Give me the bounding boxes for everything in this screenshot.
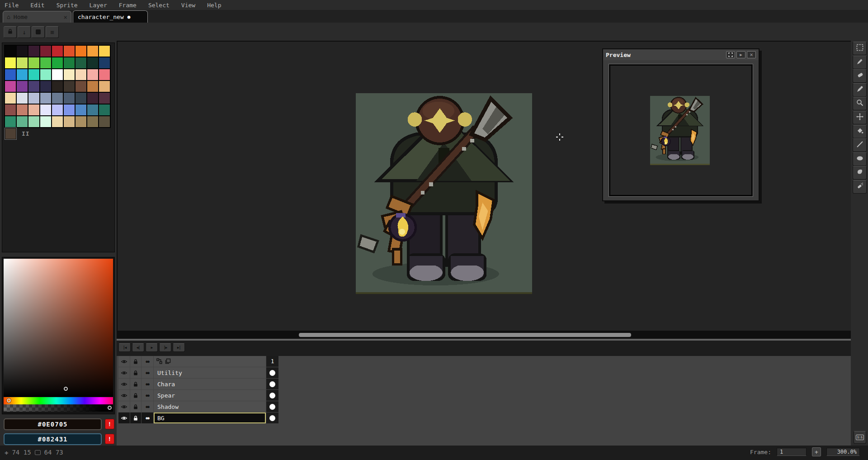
layer-linked-icon[interactable]: ●●: [142, 401, 153, 412]
layer-row[interactable]: ●●Chara: [118, 379, 278, 389]
close-icon[interactable]: ×: [64, 14, 67, 21]
palette-swatch[interactable]: [40, 57, 51, 68]
layer-row[interactable]: ●●Utility: [118, 367, 278, 378]
layer-row[interactable]: ●●Spear: [118, 390, 278, 401]
first-frame-button[interactable]: |◀: [118, 343, 131, 352]
layer-lock-icon[interactable]: [130, 367, 141, 378]
palette-swatch[interactable]: [64, 116, 75, 127]
palette-swatch[interactable]: [64, 104, 75, 115]
palette-swatch-button[interactable]: [32, 26, 45, 38]
layer-linked-icon[interactable]: ●●: [142, 413, 153, 423]
move-tool-button[interactable]: [853, 111, 867, 124]
zoom-level-field[interactable]: 300.0%: [826, 448, 860, 456]
menu-item-file[interactable]: File: [5, 2, 19, 9]
palette-swatch[interactable]: [52, 104, 63, 115]
cel-cell[interactable]: [266, 367, 278, 378]
palette-swatch[interactable]: [99, 116, 110, 127]
palette-swatch[interactable]: [17, 116, 28, 127]
prev-frame-button[interactable]: ◀|: [132, 343, 144, 352]
palette-swatch[interactable]: [5, 104, 16, 115]
palette-swatch[interactable]: [64, 46, 75, 57]
layer-lock-icon[interactable]: [130, 413, 141, 423]
onion-skin-icon[interactable]: [156, 357, 162, 366]
layer-name-utility[interactable]: Utility: [154, 367, 266, 378]
menu-item-select[interactable]: Select: [148, 2, 170, 9]
palette-swatch[interactable]: [28, 46, 39, 57]
hue-slider[interactable]: [4, 397, 113, 404]
palette-swatch[interactable]: [40, 116, 51, 127]
palette-swatch[interactable]: [99, 57, 110, 68]
layer-row[interactable]: ●●Shadow: [118, 401, 278, 412]
lock-column-icon[interactable]: [130, 356, 141, 367]
menu-item-view[interactable]: View: [181, 2, 195, 9]
palette-swatch[interactable]: [28, 93, 39, 104]
palette-swatch[interactable]: [87, 69, 98, 80]
palette-swatch[interactable]: [75, 104, 86, 115]
continuous-column-icon[interactable]: ●●: [142, 356, 153, 367]
layer-name-bg[interactable]: BG: [154, 413, 266, 423]
palette-menu-button[interactable]: ≡: [46, 26, 59, 38]
palette-swatch[interactable]: [52, 93, 63, 104]
layer-row[interactable]: ●●BG: [118, 413, 278, 423]
cel-cell[interactable]: [266, 413, 278, 423]
palette-swatch[interactable]: [99, 46, 110, 57]
palette-swatch[interactable]: [87, 46, 98, 57]
menu-item-edit[interactable]: Edit: [30, 2, 44, 9]
palette-swatch[interactable]: [5, 81, 16, 92]
foreground-warning-button[interactable]: !: [105, 419, 114, 429]
eraser-tool-button[interactable]: [853, 69, 867, 83]
layer-lock-icon[interactable]: [130, 390, 141, 401]
pencil-tool-button[interactable]: [853, 56, 867, 69]
palette-swatch[interactable]: [75, 46, 86, 57]
menu-item-frame[interactable]: Frame: [119, 2, 137, 9]
palette-swatch[interactable]: [40, 46, 51, 57]
palette-swatch[interactable]: [5, 93, 16, 104]
palette-swatch[interactable]: [52, 46, 63, 57]
palette-swatch[interactable]: [99, 104, 110, 115]
palette-swatch[interactable]: [52, 116, 63, 127]
palette-swatch[interactable]: [40, 93, 51, 104]
palette-swatch[interactable]: [5, 69, 16, 80]
play-icon[interactable]: ▶: [736, 51, 745, 58]
palette-swatch[interactable]: [28, 104, 39, 115]
layer-visibility-icon[interactable]: [118, 413, 130, 423]
sv-marker[interactable]: [64, 387, 68, 391]
paint-bucket-tool-button[interactable]: [853, 125, 867, 138]
add-frame-button[interactable]: +: [812, 447, 821, 456]
menu-item-layer[interactable]: Layer: [90, 2, 107, 9]
palette-swatch[interactable]: [87, 104, 98, 115]
layer-visibility-icon[interactable]: [118, 401, 130, 412]
palette-swatch[interactable]: [28, 81, 39, 92]
palette-swatch[interactable]: [17, 69, 28, 80]
tab-character-new[interactable]: character_new ●: [73, 10, 148, 23]
palette-swatch[interactable]: [40, 104, 51, 115]
cel-cell[interactable]: [266, 401, 278, 412]
last-frame-button[interactable]: ▶|: [173, 343, 185, 352]
palette-swatch[interactable]: [64, 57, 75, 68]
foreground-color-field[interactable]: #0E0705: [4, 418, 102, 430]
contour-tool-button[interactable]: [853, 166, 867, 180]
palette-swatch[interactable]: [17, 57, 28, 68]
alpha-marker[interactable]: [108, 406, 112, 410]
palette-swatch[interactable]: [17, 46, 28, 57]
palette-swatch[interactable]: [75, 116, 86, 127]
menu-item-help[interactable]: Help: [207, 2, 221, 9]
background-warning-button[interactable]: !: [105, 434, 114, 444]
layer-lock-icon[interactable]: [130, 379, 141, 389]
layer-lock-icon[interactable]: [130, 401, 141, 412]
sprite-canvas[interactable]: [356, 93, 532, 293]
line-tool-button[interactable]: [853, 138, 867, 152]
cel-cell[interactable]: [266, 379, 278, 389]
cel-cell[interactable]: [266, 390, 278, 401]
saturation-value-picker[interactable]: [4, 259, 113, 397]
frame-header[interactable]: 1: [266, 356, 278, 367]
palette-swatch[interactable]: [75, 57, 86, 68]
palette-swatch[interactable]: [52, 69, 63, 80]
background-color-field[interactable]: #082431: [4, 433, 102, 445]
palette-swatch[interactable]: [17, 81, 28, 92]
eyedropper-tool-button[interactable]: [853, 83, 867, 97]
palette-swatch[interactable]: [17, 93, 28, 104]
visibility-column-icon[interactable]: [118, 356, 130, 367]
palette-swatch[interactable]: [99, 81, 110, 92]
palette-swatch[interactable]: [64, 69, 75, 80]
